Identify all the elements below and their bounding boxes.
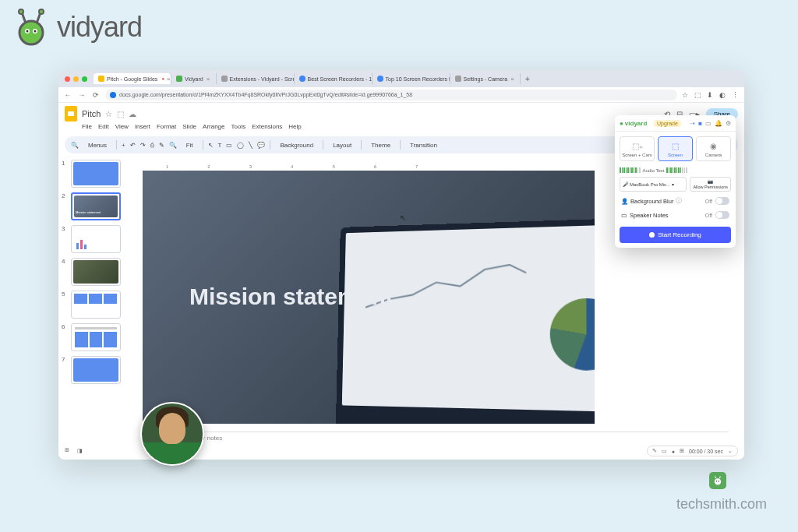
toggle-switch[interactable] — [715, 211, 729, 219]
menu-file[interactable]: File — [82, 123, 92, 130]
info-icon[interactable]: ⓘ — [676, 197, 682, 205]
menu-edit[interactable]: Edit — [98, 123, 109, 130]
slide-thumb[interactable] — [71, 225, 121, 253]
paint-icon[interactable]: ✎ — [159, 142, 164, 149]
close-tab-icon[interactable]: × — [206, 76, 211, 82]
tab-extensions[interactable]: Extensions - Vidyard - Scre... × — [217, 73, 295, 84]
download-icon[interactable]: ⬇ — [707, 91, 715, 99]
speaker-notes[interactable]: Click to add speaker notes — [143, 432, 729, 444]
slide-title-text[interactable]: Mission statement — [189, 284, 394, 310]
forward-button[interactable]: → — [77, 90, 87, 100]
cursor-icon: ↖ — [400, 213, 406, 222]
ext-logo: vidyard — [620, 118, 651, 128]
link-icon[interactable]: ⇢ — [690, 120, 695, 127]
close-window-icon[interactable] — [65, 76, 70, 82]
tab-best-recorders[interactable]: Best Screen Recorders - 12... × — [295, 73, 373, 84]
url-input[interactable]: docs.google.com/presentation/d/1Pf4mZKYX… — [105, 90, 677, 100]
slide-thumbnails[interactable]: 1 2Mission statement 3 4 5 6 7 — [58, 155, 129, 457]
rec-dot-icon[interactable]: ● — [672, 449, 675, 454]
star-icon[interactable]: ☆ — [682, 91, 690, 99]
permissions-label: Allow Permissions — [693, 185, 728, 189]
back-button[interactable]: ← — [63, 90, 72, 100]
close-tab-icon[interactable]: × — [510, 76, 515, 82]
webcam-bubble[interactable] — [140, 402, 204, 466]
layout-button[interactable]: Layout — [328, 140, 356, 150]
upgrade-button[interactable]: Upgrade — [654, 120, 681, 127]
menu-icon[interactable]: ⋮ — [732, 91, 740, 99]
tab-top10[interactable]: Top 10 Screen Recorders fo... × — [373, 73, 450, 84]
mode-camera[interactable]: ◉ Camera — [696, 136, 731, 161]
extensions-icon[interactable]: ⬚ — [694, 91, 702, 99]
move-icon[interactable]: ⬚ — [117, 110, 124, 118]
bell-icon[interactable]: 🔔 — [715, 120, 722, 127]
image-icon[interactable]: ▭ — [226, 142, 232, 149]
pen-icon[interactable]: ✎ — [652, 448, 657, 454]
menu-slide[interactable]: Slide — [182, 123, 196, 130]
slide-thumb[interactable] — [71, 258, 121, 286]
zoom-icon[interactable]: 🔍 — [169, 142, 177, 149]
tab-pitch[interactable]: Pitch - Google Slides ● × — [94, 73, 171, 84]
search-menus-icon[interactable]: 🔍 — [71, 142, 79, 149]
undo-icon[interactable]: ↶ — [130, 142, 136, 149]
pointer-icon[interactable]: ▭ — [662, 448, 667, 454]
mic-select[interactable]: 🎤 MacBook Pro Mic... ▾ — [620, 177, 687, 192]
new-tab-button[interactable]: + — [521, 75, 535, 83]
grid-view-icon[interactable]: ⊞ — [65, 447, 72, 455]
reload-button[interactable]: ⟳ — [91, 90, 101, 100]
print-icon[interactable]: ⎙ — [150, 142, 154, 149]
menu-arrange[interactable]: Arrange — [203, 123, 224, 130]
close-tab-icon[interactable]: × — [167, 76, 171, 82]
menu-insert[interactable]: Insert — [135, 123, 150, 130]
select-icon[interactable]: ↖ — [208, 142, 214, 149]
minimize-window-icon[interactable] — [73, 76, 79, 82]
menu-extensions[interactable]: Extensions — [252, 123, 282, 130]
chevron-down-icon[interactable]: ⌄ — [728, 448, 733, 454]
line-icon[interactable]: ╲ — [249, 142, 252, 149]
cloud-icon[interactable]: ☁ — [129, 110, 136, 118]
fit-button[interactable]: Fit — [182, 140, 198, 150]
slide-thumb[interactable] — [71, 356, 121, 384]
slide-thumb[interactable] — [71, 323, 121, 351]
transition-button[interactable]: Transition — [405, 140, 442, 150]
slide-thumb[interactable]: Mission statement — [71, 192, 121, 220]
theme-button[interactable]: Theme — [366, 140, 395, 150]
explore-icon[interactable]: ◨ — [77, 448, 83, 454]
start-recording-button[interactable]: Start Recording — [620, 227, 731, 243]
slide-thumb[interactable] — [71, 160, 121, 188]
menu-view[interactable]: View — [115, 123, 129, 130]
toggle-state: Off — [705, 199, 712, 204]
maximize-window-icon[interactable] — [82, 76, 87, 82]
mode-label: Screen + Cam — [622, 153, 652, 157]
document-title[interactable]: Pitch — [82, 109, 101, 118]
menu-tools[interactable]: Tools — [231, 123, 246, 130]
vidyard-floating-badge[interactable] — [709, 472, 726, 489]
grid2-icon[interactable]: ⊞ — [680, 448, 684, 454]
textbox-icon[interactable]: T — [218, 142, 222, 149]
star-icon[interactable]: ☆ — [105, 110, 112, 118]
permissions-button[interactable]: 📷 Allow Permissions — [690, 177, 731, 192]
slides-logo-icon[interactable] — [65, 106, 77, 122]
library-icon[interactable]: ▭ — [705, 120, 711, 127]
menu-help[interactable]: Help — [288, 123, 301, 130]
new-slide-icon[interactable]: + — [122, 142, 125, 149]
comment-icon[interactable]: 💬 — [257, 142, 265, 149]
camera-icon[interactable]: ■ — [698, 120, 702, 127]
toggle-switch[interactable] — [715, 197, 729, 205]
shape-icon[interactable]: ◯ — [237, 142, 244, 149]
mode-screen[interactable]: ⬚ Screen — [658, 136, 693, 161]
mode-screen-cam[interactable]: ⬚₊ Screen + Cam — [620, 136, 655, 161]
slide-thumb[interactable] — [71, 291, 121, 319]
svg-point-7 — [19, 9, 23, 14]
site-info-icon[interactable] — [110, 92, 116, 98]
profile-icon[interactable]: ◐ — [719, 91, 727, 99]
tab-vidyard[interactable]: Vidyard × — [171, 73, 217, 84]
menus-button[interactable]: Menus — [83, 140, 111, 150]
background-button[interactable]: Background — [275, 140, 318, 150]
window-controls[interactable] — [65, 76, 87, 82]
tab-settings[interactable]: Settings - Camera × — [450, 73, 521, 84]
menu-format[interactable]: Format — [157, 123, 176, 130]
audio-level-right-icon — [666, 167, 687, 173]
slide-canvas[interactable]: Mission statement ↖ — [143, 171, 595, 424]
redo-icon[interactable]: ↷ — [140, 142, 146, 149]
gear-icon[interactable]: ⚙ — [726, 120, 731, 127]
